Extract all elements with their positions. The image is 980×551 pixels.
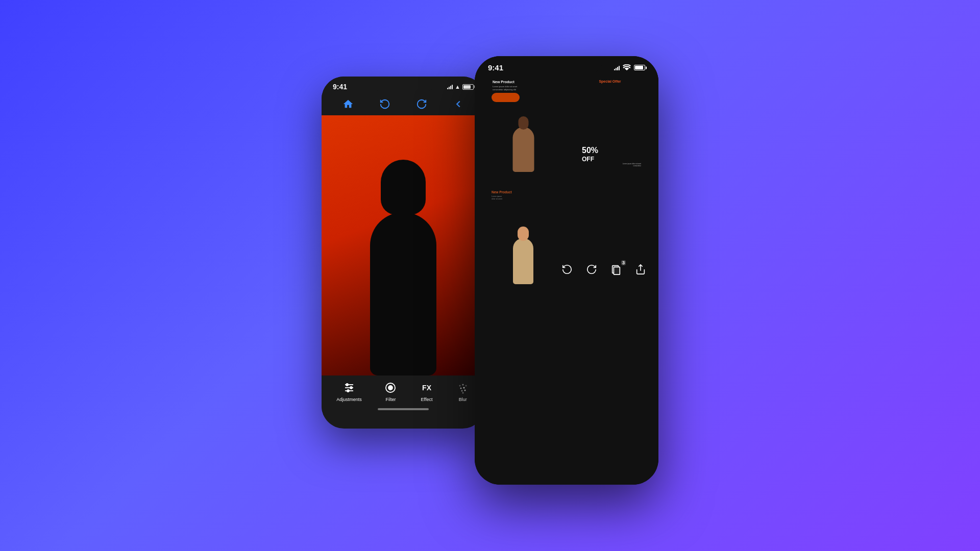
effect-tool[interactable]: FX Effect <box>420 381 434 402</box>
signal-icon-left <box>447 84 453 89</box>
phone-left-notch <box>370 77 436 91</box>
adjustments-tool[interactable]: Adjustments <box>336 381 362 402</box>
history-icon[interactable] <box>559 262 575 277</box>
page1-title: New Product <box>493 80 514 84</box>
effect-icon: FX <box>420 381 434 395</box>
pages-icon[interactable]: 3 <box>608 262 624 277</box>
redo-right-icon[interactable] <box>584 262 599 277</box>
svg-point-7 <box>388 386 393 390</box>
signal-icon-right <box>614 65 620 70</box>
status-icons-right <box>614 64 645 71</box>
page2-title: Special Offer <box>576 80 644 83</box>
effect-label: Effect <box>421 397 433 402</box>
wifi-icon-left: ▲ <box>455 84 460 90</box>
filter-icon <box>383 381 398 395</box>
time-right: 9:41 <box>488 63 503 72</box>
svg-point-12 <box>463 387 464 389</box>
adjustments-label: Adjustments <box>336 397 362 402</box>
page3-title: New Product <box>492 190 512 194</box>
redo-icon[interactable] <box>414 97 429 111</box>
phone-right-notch <box>531 56 602 72</box>
svg-point-15 <box>462 392 463 394</box>
svg-rect-17 <box>614 267 620 274</box>
svg-point-14 <box>464 390 465 391</box>
svg-point-3 <box>346 384 348 386</box>
adjustments-icon <box>342 381 356 395</box>
svg-point-11 <box>460 388 461 389</box>
status-icons-left: ▲ <box>447 84 474 90</box>
main-canvas-image <box>322 115 485 375</box>
home-indicator-left <box>322 405 485 415</box>
wifi-icon-right <box>623 64 631 71</box>
blur-label: Blur <box>459 397 467 402</box>
filter-tool[interactable]: Filter <box>383 381 398 402</box>
back-icon[interactable] <box>451 97 465 111</box>
blur-icon <box>456 381 470 395</box>
time-left: 9:41 <box>333 83 347 91</box>
left-toolbar <box>322 93 485 115</box>
undo-icon[interactable] <box>378 97 392 111</box>
battery-icon-left <box>462 84 474 90</box>
battery-icon-right <box>634 65 645 70</box>
blur-tool[interactable]: Blur <box>456 381 470 402</box>
svg-point-13 <box>461 390 462 392</box>
svg-point-8 <box>459 385 460 387</box>
phone-left: 9:41 ▲ <box>322 77 485 429</box>
svg-point-10 <box>465 385 467 387</box>
phone-right: 9:41 <box>475 56 658 485</box>
bottom-tools-bar: Adjustments Filter FX Effect <box>322 375 485 405</box>
svg-point-5 <box>347 390 349 392</box>
svg-point-4 <box>350 387 352 389</box>
pages-count-badge: 3 <box>621 260 626 265</box>
svg-point-9 <box>462 384 463 386</box>
right-top-toolbar: 3 <box>475 56 658 485</box>
share-icon[interactable] <box>633 262 648 277</box>
filter-label: Filter <box>385 397 396 402</box>
home-icon[interactable] <box>341 97 355 111</box>
